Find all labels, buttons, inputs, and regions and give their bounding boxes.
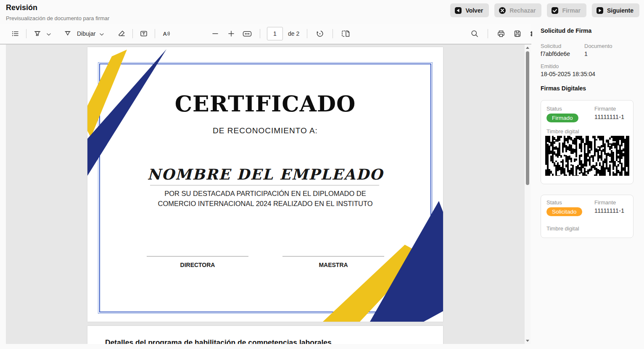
reject-icon <box>499 7 506 14</box>
digital-stamp-label: Timbre digital <box>546 225 579 232</box>
issued-value: 18-05-2025 18:35:04 <box>541 71 595 77</box>
digital-stamp-barcode <box>545 136 629 176</box>
svg-text:A: A <box>163 31 167 37</box>
page-number-input[interactable] <box>267 27 283 40</box>
eraser-icon[interactable] <box>116 28 127 40</box>
document-number-label: Documento <box>584 43 612 49</box>
toolbar-divider <box>333 29 333 38</box>
toolbar-divider <box>488 29 488 38</box>
print-icon[interactable] <box>495 28 507 40</box>
next-button-label: Siguiente <box>607 7 633 14</box>
draw-label[interactable]: Dibujar <box>77 30 95 37</box>
back-button[interactable]: Volver <box>450 3 489 17</box>
signature-label: MAESTRA <box>282 262 384 268</box>
signature-label: DIRECTORA <box>147 262 248 268</box>
reject-button-label: Rechazar <box>509 7 536 14</box>
certificate-corner-ribbons <box>87 47 443 322</box>
toolbar-divider <box>155 29 155 38</box>
page-header: Revisión Previsualización de documento p… <box>0 0 644 24</box>
reject-button[interactable]: Rechazar <box>494 3 541 17</box>
highlighter-icon[interactable] <box>32 28 43 40</box>
certificate-title: CERTIFICADO <box>87 91 443 116</box>
scrollbar-thumb[interactable] <box>526 51 529 185</box>
toolbar-divider <box>26 29 26 38</box>
draw-chevron-down-icon[interactable] <box>100 30 104 37</box>
thumbnails-panel-icon[interactable] <box>9 28 21 40</box>
rotate-page-icon[interactable] <box>314 28 326 40</box>
certificate-recipient-name: NOMBRE DEL EMPLEADO <box>87 166 443 183</box>
status-label: Status <box>546 199 562 206</box>
back-icon <box>454 7 462 14</box>
fit-width-icon[interactable] <box>241 28 253 40</box>
signature-line <box>282 256 384 256</box>
toolbar-divider <box>132 29 133 38</box>
zoom-in-icon[interactable] <box>225 28 237 40</box>
next-icon <box>596 7 604 14</box>
toolbar-divider <box>260 29 260 38</box>
signer-label: Firmante <box>594 106 616 112</box>
status-badge: Firmado <box>546 114 578 122</box>
page2-heading: Detalles del programa de habilitación de… <box>105 338 332 344</box>
document-number-value: 1 <box>584 50 588 57</box>
read-aloud-icon[interactable]: A <box>160 28 172 40</box>
page-title: Revisión <box>6 3 37 12</box>
page-count-label: de 2 <box>288 30 299 37</box>
signature-card-signed: Status Firmante Firmado 11111111-1 Timbr… <box>541 100 633 184</box>
digital-stamp-label: Timbre digital <box>546 128 579 135</box>
sign-button[interactable]: Firmar <box>547 3 586 17</box>
name-underline <box>150 185 379 185</box>
draw-pen-icon[interactable] <box>62 28 74 40</box>
back-button-label: Volver <box>465 7 483 14</box>
signature-block-directora: DIRECTORA <box>147 256 248 268</box>
signature-block-maestra: MAESTRA <box>282 256 384 268</box>
scrollbar-up-arrow[interactable] <box>526 47 529 49</box>
sign-button-label: Firmar <box>562 7 581 14</box>
highlighter-chevron-down-icon[interactable] <box>47 30 51 37</box>
certificate-body-text: POR SU DESTACADA PARTICIPACIÓN EN EL DIP… <box>87 188 443 209</box>
document-page-1: CERTIFICADO DE RECONOCIMIENTO A: NOMBRE … <box>87 47 443 322</box>
next-button[interactable]: Siguiente <box>592 3 639 17</box>
horizontal-scroll-track <box>0 344 532 349</box>
request-id-value: f7abf6de6e <box>541 50 570 57</box>
status-badge: Solicitado <box>546 207 582 216</box>
toolbar-file-group <box>469 24 540 44</box>
toolbar-zoom-page-group: de 2 <box>209 24 351 44</box>
status-label: Status <box>546 106 562 112</box>
zoom-out-icon[interactable] <box>209 28 221 40</box>
request-id-label: Solicitud <box>541 43 561 49</box>
pdf-viewer: CERTIFICADO DE RECONOCIMIENTO A: NOMBRE … <box>6 45 531 344</box>
signer-label: Firmante <box>594 199 616 206</box>
panel-title: Solicitud de Firma <box>541 27 591 34</box>
pdf-toolbar: Dibujar A de 2 <box>0 24 531 45</box>
signer-value: 11111111-1 <box>594 207 624 214</box>
issued-label: Emitido <box>541 63 559 69</box>
page-view-icon[interactable] <box>340 28 351 40</box>
signature-card-requested: Status Firmante Solicitado 11111111-1 Ti… <box>541 195 633 238</box>
document-page-2: Detalles del programa de habilitación de… <box>87 326 443 344</box>
toolbar-annotate-group: Dibujar A <box>9 24 172 44</box>
viewer-scrollbar[interactable] <box>525 45 531 344</box>
signature-request-panel: Solicitud de Firma Solicitud f7abf6de6e … <box>532 24 644 349</box>
scrollbar-down-arrow[interactable] <box>526 340 529 342</box>
page-subtitle: Previsualización de documento para firma… <box>6 15 109 21</box>
signer-value: 11111111-1 <box>594 114 624 120</box>
search-icon[interactable] <box>469 28 480 40</box>
save-icon[interactable] <box>512 28 523 40</box>
sign-check-icon <box>551 7 559 14</box>
text-box-icon[interactable] <box>138 28 150 40</box>
signature-line <box>147 256 248 256</box>
toolbar-divider <box>307 29 307 38</box>
header-actions: Volver Rechazar Firmar Siguiente <box>450 3 639 17</box>
certificate-subtitle: DE RECONOCIMIENTO A: <box>87 126 443 135</box>
digital-signatures-title: Firmas Digitales <box>541 85 586 92</box>
